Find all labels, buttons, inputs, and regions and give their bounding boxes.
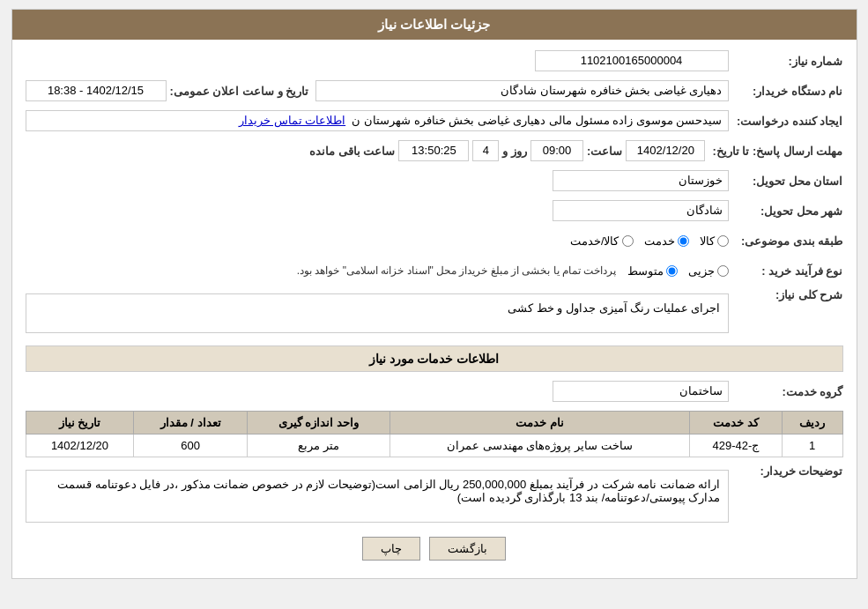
shomara-niaz-label: شماره نیاز:	[729, 55, 843, 68]
tabaqe-radio-group: کالا خدمت کالا/خدمت	[26, 234, 729, 248]
page-header: جزئیات اطلاعات نیاز	[12, 10, 857, 40]
col-naam: نام خدمت	[389, 412, 689, 434]
nooe-jozi-label: جزیی	[688, 264, 715, 278]
nam-dastgah-label: نام دستگاه خریدار:	[729, 85, 843, 98]
tabaqe-kala-khadamat-radio[interactable]	[622, 235, 634, 247]
cell-vahed: متر مربع	[247, 434, 389, 457]
sharh-label: شرح کلی نیاز:	[729, 288, 843, 301]
nooe-farayand-label: نوع فرآیند خرید :	[729, 264, 843, 278]
cell-tedad: 600	[134, 434, 247, 457]
nooe-desc: پرداخت تمام یا بخشی از مبلغ خریداز محل "…	[297, 264, 617, 277]
tarikh-nam-row: نام دستگاه خریدار: دهیاری غیاضی بخش خناف…	[26, 78, 843, 103]
ijad-konande-link[interactable]: اطلاعات تماس خریدار	[239, 114, 345, 127]
nooe-farayand-row: نوع فرآیند خرید : جزیی متوسط پرداخت تمام…	[26, 258, 843, 283]
content-area: شماره نیاز: 1102100165000004 نام دستگاه …	[12, 40, 857, 578]
cell-naam: ساخت سایر پروژه‌های مهندسی عمران	[389, 434, 689, 457]
goroh-label: گروه خدمت:	[729, 385, 843, 398]
tabaqe-khadamat-radio[interactable]	[678, 235, 689, 247]
tawzeehat-value: ارائه ضمانت نامه شرکت در فرآیند بمبلغ 25…	[26, 470, 729, 523]
sharh-value: اجرای عملیات رنگ آمیزی جداول و خط کشی	[26, 293, 729, 333]
tarikh-value: 1402/12/15 - 18:38	[26, 80, 167, 101]
cell-radif: 1	[782, 434, 842, 457]
tabaqe-khadamat-label: خدمت	[644, 234, 675, 248]
col-kod: کد خدمت	[690, 412, 783, 434]
shahr-label: شهر محل تحویل:	[729, 204, 843, 218]
tabaqe-row: طبقه بندی موضوعی: کالا خدمت کالا/خدمت	[26, 228, 843, 253]
cell-tarikh: 1402/12/20	[26, 434, 134, 457]
tawzeehat-label: توضیحات خریدار:	[729, 464, 843, 478]
col-radif: ردیف	[782, 412, 842, 434]
page-title: جزئیات اطلاعات نیاز	[378, 17, 490, 32]
tabaqe-kala-item: کالا	[700, 234, 729, 248]
nooe-motawaset-label: متوسط	[627, 264, 664, 278]
ostan-label: استان محل تحویل:	[729, 175, 843, 188]
mohlat-label: مهلت ارسال پاسخ: تا تاریخ:	[705, 145, 842, 158]
tabaqe-kala-label: کالا	[700, 234, 715, 248]
services-table-container: ردیف کد خدمت نام خدمت واحد اندازه گیری ت…	[26, 411, 843, 457]
goroh-row: گروه خدمت: ساختمان	[26, 379, 843, 404]
services-table: ردیف کد خدمت نام خدمت واحد اندازه گیری ت…	[26, 411, 843, 457]
main-container: جزئیات اطلاعات نیاز شماره نیاز: 11021001…	[11, 9, 857, 579]
tawzeehat-row: توضیحات خریدار: ارائه ضمانت نامه شرکت در…	[26, 464, 843, 528]
nooe-radio-group: جزیی متوسط پرداخت تمام یا بخشی از مبلغ خ…	[26, 264, 729, 278]
tabaqe-label: طبقه بندی موضوعی:	[729, 234, 843, 248]
ijad-konande-value: سیدحسن موسوی زاده مسئول مالی دهیاری غیاض…	[26, 110, 729, 131]
mohlat-baqi-value: 13:50:25	[398, 140, 469, 161]
shahr-value: شادگان	[553, 200, 729, 221]
col-tarikh: تاریخ نیاز	[26, 412, 134, 434]
shomara-niaz-row: شماره نیاز: 1102100165000004	[26, 48, 843, 73]
ijad-konande-label: ایجاد کننده درخواست:	[729, 115, 843, 128]
nooe-jozi-item: جزیی	[688, 264, 729, 278]
ijad-konande-row: ایجاد کننده درخواست: سیدحسن موسوی زاده م…	[26, 108, 843, 133]
ostan-value: خوزستان	[553, 170, 729, 191]
nooe-jozi-radio[interactable]	[717, 265, 729, 277]
col-tedad: تعداد / مقدار	[134, 412, 247, 434]
tarikh-label: تاریخ و ساعت اعلان عمومی:	[170, 85, 309, 98]
mohlat-date: 1402/12/20	[626, 140, 705, 161]
tabaqe-khadamat-item: خدمت	[644, 234, 689, 248]
goroh-value: ساختمان	[553, 381, 729, 402]
cell-kod: ج-42-429	[690, 434, 783, 457]
mohlat-saat-value: 09:00	[530, 140, 583, 161]
mohlat-rooz-label: روز و	[502, 145, 527, 158]
mohlat-rooz-value: 4	[472, 140, 499, 161]
nooe-motawaset-item: متوسط	[627, 264, 678, 278]
tabaqe-kala-radio[interactable]	[717, 235, 729, 247]
nam-dastgah-value: دهیاری غیاضی بخش خنافره شهرستان شادگان	[315, 80, 728, 101]
mohlat-row: مهلت ارسال پاسخ: تا تاریخ: 1402/12/20 سا…	[26, 138, 843, 163]
shomara-niaz-value: 1102100165000004	[535, 50, 729, 71]
table-row: 1 ج-42-429 ساخت سایر پروژه‌های مهندسی عم…	[26, 434, 842, 457]
btn-chap[interactable]: چاپ	[362, 537, 420, 561]
mohlat-baqi-label: ساعت باقی مانده	[309, 145, 395, 158]
tabaqe-kala-khadamat-label: کالا/خدمت	[570, 234, 619, 248]
nooe-motawaset-radio[interactable]	[666, 265, 678, 277]
table-header-row: ردیف کد خدمت نام خدمت واحد اندازه گیری ت…	[26, 412, 842, 434]
btn-bazgasht[interactable]: بازگشت	[429, 537, 506, 561]
tabaqe-kala-khadamat-item: کالا/خدمت	[570, 234, 634, 248]
ostan-row: استان محل تحویل: خوزستان	[26, 168, 843, 193]
button-row: بازگشت چاپ	[26, 537, 843, 561]
col-vahed: واحد اندازه گیری	[247, 412, 389, 434]
shahr-row: شهر محل تحویل: شادگان	[26, 198, 843, 223]
sharh-row: شرح کلی نیاز: اجرای عملیات رنگ آمیزی جدا…	[26, 288, 843, 338]
khadamat-section-header: اطلاعات خدمات مورد نیاز	[26, 345, 843, 372]
mohlat-saat-label: ساعت:	[587, 145, 622, 158]
